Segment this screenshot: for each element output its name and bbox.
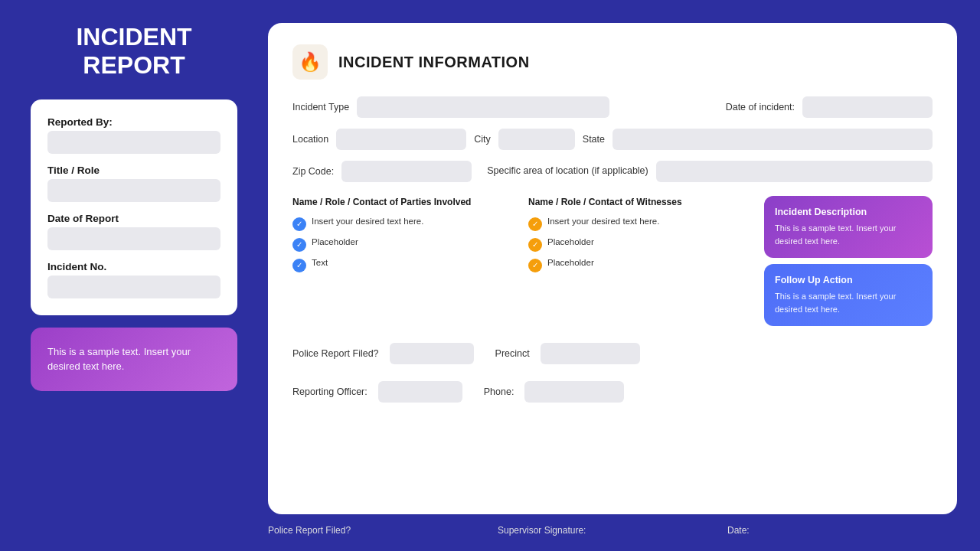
- specific-area-input[interactable]: [656, 161, 933, 182]
- zip-code-label: Zip Code:: [292, 166, 334, 177]
- check-icon-orange-3: ✓: [528, 259, 542, 272]
- party-item-2: ✓ Placeholder: [292, 237, 521, 252]
- title-role-label: Title / Role: [47, 165, 220, 176]
- card-title: INCIDENT INFORMATION: [338, 54, 530, 71]
- main-content: 🔥 INCIDENT INFORMATION Incident Type Dat…: [260, 0, 980, 551]
- precinct-input[interactable]: [541, 343, 640, 364]
- right-cards: Incident Description This is a sample te…: [764, 196, 933, 326]
- date-report-label: Date of Report: [47, 213, 220, 224]
- follow-up-text: This is a sample text. Insert your desir…: [775, 290, 922, 315]
- title-role-input[interactable]: [47, 179, 220, 202]
- date-of-incident-input[interactable]: [802, 96, 933, 118]
- parties-column: Name / Role / Contact of Parties Involve…: [292, 196, 521, 326]
- incident-desc-text: This is a sample text. Insert your desir…: [775, 222, 922, 247]
- sidebar: INCIDENT REPORT Reported By: Title / Rol…: [0, 0, 260, 551]
- check-icon-blue-2: ✓: [292, 238, 306, 252]
- date-report-input[interactable]: [47, 227, 220, 250]
- incident-description-card: Incident Description This is a sample te…: [764, 196, 933, 258]
- location-row: Location City State: [292, 129, 933, 150]
- witness-item-3: ✓ Placeholder: [528, 258, 756, 272]
- incident-no-label: Incident No.: [47, 261, 220, 272]
- title-role-section: Title / Role: [47, 165, 220, 202]
- specific-area-label: Specific area of location (if applicable…: [487, 165, 648, 178]
- incident-no-section: Incident No.: [47, 261, 220, 298]
- footer-date: Date:: [727, 525, 957, 536]
- police-report-label: Police Report Filed?: [292, 348, 379, 359]
- reporting-officer-row: Reporting Officer: Phone:: [292, 381, 933, 403]
- witness-item-1-text: Insert your desired text here.: [547, 217, 659, 226]
- sidebar-sample-text-card: This is a sample text. Insert your desir…: [31, 328, 237, 391]
- page-title: INCIDENT REPORT: [31, 23, 237, 80]
- party-item-3-text: Text: [312, 258, 328, 267]
- precinct-label: Precinct: [495, 348, 530, 359]
- witnesses-header: Name / Role / Contact of Witnesses: [528, 196, 756, 209]
- sidebar-info-card: Reported By: Title / Role Date of Report…: [31, 99, 237, 315]
- check-icon-orange-1: ✓: [528, 217, 542, 231]
- check-icon-blue-3: ✓: [292, 259, 306, 272]
- form-grid: Incident Type Date of incident: Location…: [292, 96, 933, 496]
- reported-by-label: Reported By:: [47, 116, 220, 128]
- reporting-officer-label: Reporting Officer:: [292, 386, 368, 397]
- phone-label: Phone:: [484, 386, 514, 397]
- state-input[interactable]: [612, 129, 933, 150]
- city-label: City: [474, 134, 491, 145]
- date-of-incident-label: Date of incident:: [726, 102, 795, 112]
- city-input[interactable]: [498, 129, 575, 150]
- witness-item-3-text: Placeholder: [547, 258, 594, 267]
- card-header: 🔥 INCIDENT INFORMATION: [292, 44, 933, 80]
- party-item-3: ✓ Text: [292, 258, 521, 272]
- state-label: State: [583, 134, 605, 145]
- footer-bar: Police Report Filed? Supervisor Signatur…: [268, 514, 957, 536]
- police-report-input[interactable]: [390, 343, 474, 364]
- sidebar-sample-text-content: This is a sample text. Insert your desir…: [47, 346, 191, 373]
- check-icon-orange-2: ✓: [528, 238, 542, 252]
- incident-no-input[interactable]: [47, 276, 220, 298]
- reporting-officer-input[interactable]: [378, 381, 462, 403]
- parties-header: Name / Role / Contact of Parties Involve…: [292, 196, 521, 209]
- incident-type-label: Incident Type: [292, 102, 349, 112]
- check-icon-blue-1: ✓: [292, 217, 306, 231]
- parties-witnesses-section: Name / Role / Contact of Parties Involve…: [292, 196, 933, 326]
- zip-row: Zip Code: Specific area of location (if …: [292, 161, 933, 182]
- location-label: Location: [292, 134, 328, 145]
- incident-desc-title: Incident Description: [775, 207, 922, 217]
- witness-item-2-text: Placeholder: [547, 237, 594, 246]
- party-item-1-text: Insert your desired text here.: [312, 217, 423, 226]
- date-report-section: Date of Report: [47, 213, 220, 250]
- follow-up-card: Follow Up Action This is a sample text. …: [764, 264, 933, 326]
- location-input[interactable]: [336, 129, 466, 150]
- police-report-row: Police Report Filed? Precinct: [292, 343, 933, 364]
- follow-up-title: Follow Up Action: [775, 275, 922, 285]
- incident-type-input[interactable]: [357, 96, 609, 118]
- witness-item-1: ✓ Insert your desired text here.: [528, 217, 756, 231]
- witnesses-column: Name / Role / Contact of Witnesses ✓ Ins…: [528, 196, 756, 326]
- phone-input[interactable]: [524, 381, 624, 403]
- party-item-2-text: Placeholder: [312, 237, 358, 246]
- party-item-1: ✓ Insert your desired text here.: [292, 217, 521, 231]
- zip-code-input[interactable]: [341, 161, 472, 182]
- witness-item-2: ✓ Placeholder: [528, 237, 756, 252]
- reported-by-section: Reported By:: [47, 116, 220, 154]
- footer-supervisor: Supervisor Signature:: [498, 525, 727, 536]
- footer-police-report: Police Report Filed?: [268, 525, 498, 536]
- fire-icon: 🔥: [292, 44, 328, 80]
- main-card: 🔥 INCIDENT INFORMATION Incident Type Dat…: [268, 23, 957, 514]
- reported-by-input[interactable]: [47, 131, 220, 154]
- incident-type-row: Incident Type Date of incident:: [292, 96, 933, 118]
